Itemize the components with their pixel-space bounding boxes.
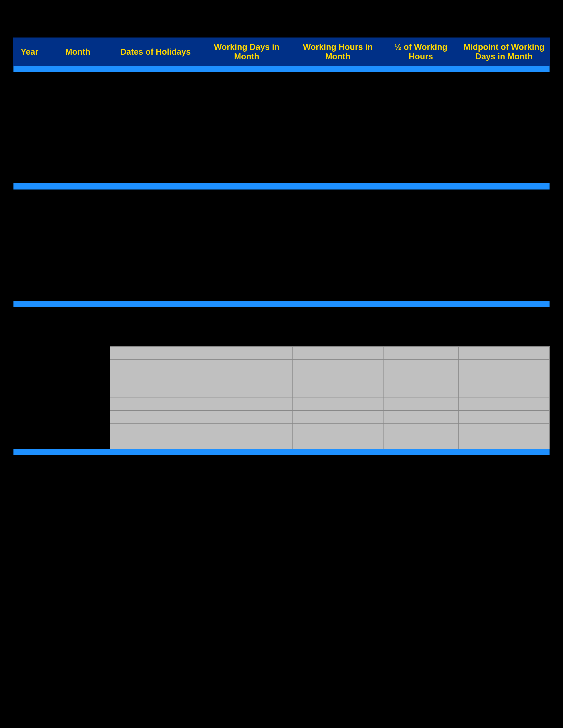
cell-working-hours [292, 136, 384, 152]
cell-year [13, 72, 46, 88]
gray-cell-working-hours [292, 398, 384, 411]
cell-working-days [201, 237, 292, 253]
cell-working-days [201, 72, 292, 88]
gray-cell-half-hours [383, 411, 458, 423]
spacer-row [13, 320, 550, 333]
gray-table-row [13, 359, 550, 372]
gray-cell-working-days [201, 398, 292, 411]
gray-cell-working-hours [292, 385, 384, 398]
cell-midpoint [458, 104, 550, 120]
cell-half-hours [383, 237, 458, 253]
gray-cell-working-hours [292, 347, 384, 359]
gray-spacer-2 [46, 359, 110, 372]
col-header-half-hours: ½ of Working Hours [383, 38, 458, 66]
gray-table-row [13, 423, 550, 436]
cell-month [46, 190, 110, 205]
gray-spacer-1 [13, 411, 46, 423]
blue-divider-row-3 [13, 301, 550, 307]
cell-year [13, 285, 46, 301]
gray-cell-dates [110, 436, 201, 449]
gray-spacer-2 [46, 436, 110, 449]
gray-cell-working-days [201, 411, 292, 423]
gray-cell-dates [110, 347, 201, 359]
cell-working-hours [292, 237, 384, 253]
gray-table-row [13, 347, 550, 359]
gray-spacer-1 [13, 423, 46, 436]
cell-half-hours [383, 221, 458, 237]
cell-working-hours [292, 285, 384, 301]
cell-midpoint [458, 167, 550, 183]
cell-dates [110, 205, 201, 221]
cell-year [13, 152, 46, 167]
cell-month [46, 152, 110, 167]
cell-half-hours [383, 152, 458, 167]
gray-cell-working-days [201, 359, 292, 372]
cell-midpoint [458, 285, 550, 301]
gray-spacer-1 [13, 347, 46, 359]
cell-working-hours [292, 72, 384, 88]
cell-working-hours [292, 120, 384, 136]
main-table-wrapper: Year Month Dates of Holidays Working Day… [13, 38, 550, 455]
gray-cell-midpoint [458, 347, 550, 359]
cell-year [13, 167, 46, 183]
table-row [13, 72, 550, 88]
table-row [13, 190, 550, 205]
main-table: Year Month Dates of Holidays Working Day… [13, 38, 550, 455]
cell-working-hours [292, 269, 384, 285]
col-header-dates: Dates of Holidays [110, 38, 201, 66]
gray-cell-dates [110, 385, 201, 398]
table-header-row: Year Month Dates of Holidays Working Day… [13, 38, 550, 66]
spacer-cell [13, 320, 550, 333]
table-row [13, 221, 550, 237]
cell-working-days [201, 152, 292, 167]
cell-working-hours [292, 221, 384, 237]
cell-working-hours [292, 104, 384, 120]
cell-working-days [201, 167, 292, 183]
cell-month [46, 167, 110, 183]
table-row [13, 104, 550, 120]
cell-midpoint [458, 237, 550, 253]
cell-working-days [201, 285, 292, 301]
gray-cell-working-hours [292, 359, 384, 372]
cell-year [13, 205, 46, 221]
spacer-cell [13, 333, 550, 347]
gray-cell-half-hours [383, 347, 458, 359]
cell-half-hours [383, 285, 458, 301]
cell-working-hours [292, 167, 384, 183]
gray-table-row [13, 398, 550, 411]
blue-divider-row-1 [13, 66, 550, 72]
cell-working-days [201, 104, 292, 120]
cell-year [13, 136, 46, 152]
cell-working-hours [292, 205, 384, 221]
cell-dates [110, 88, 201, 104]
gray-spacer-2 [46, 411, 110, 423]
gray-cell-midpoint [458, 398, 550, 411]
gray-spacer-1 [13, 385, 46, 398]
cell-half-hours [383, 205, 458, 221]
gray-table-row [13, 411, 550, 423]
gray-cell-half-hours [383, 398, 458, 411]
cell-working-days [201, 190, 292, 205]
gray-cell-working-days [201, 436, 292, 449]
cell-midpoint [458, 120, 550, 136]
cell-year [13, 253, 46, 269]
table-row [13, 88, 550, 104]
gray-cell-half-hours [383, 372, 458, 385]
cell-dates [110, 120, 201, 136]
col-header-month: Month [46, 38, 110, 66]
cell-working-hours [292, 253, 384, 269]
cell-half-hours [383, 269, 458, 285]
col-header-year: Year [13, 38, 46, 66]
cell-year [13, 104, 46, 120]
cell-month [46, 88, 110, 104]
cell-midpoint [458, 88, 550, 104]
gray-table-row [13, 385, 550, 398]
gray-cell-dates [110, 423, 201, 436]
cell-midpoint [458, 152, 550, 167]
cell-month [46, 285, 110, 301]
gray-cell-midpoint [458, 436, 550, 449]
cell-midpoint [458, 205, 550, 221]
cell-half-hours [383, 104, 458, 120]
spacer-row [13, 333, 550, 347]
gray-spacer-1 [13, 372, 46, 385]
